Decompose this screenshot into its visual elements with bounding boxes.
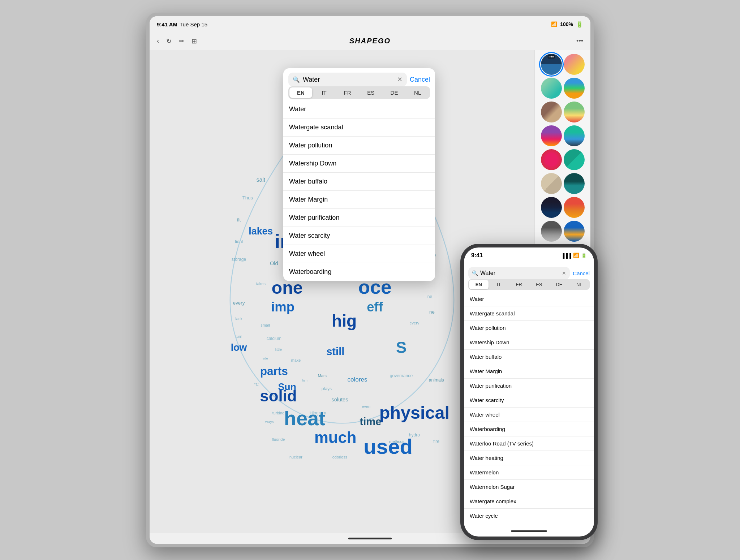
palette-row-2: [541, 78, 585, 99]
palette-swatch-16[interactable]: [564, 221, 585, 242]
ipad-lang-tab-es[interactable]: ES: [360, 87, 382, 98]
palette-row-8: [541, 221, 585, 242]
iphone-result-item[interactable]: Water heating: [464, 451, 594, 465]
svg-text:eff: eff: [367, 300, 383, 314]
ipad-search-clear-button[interactable]: ✕: [397, 76, 403, 83]
ipad-result-item[interactable]: Water scarcity: [283, 227, 435, 245]
search-icon: 🔍: [293, 76, 300, 83]
app-title: SHAPEGO: [349, 37, 391, 45]
palette-swatch-6[interactable]: [564, 102, 585, 122]
iphone-result-item[interactable]: Watergate scandal: [464, 306, 594, 321]
palette-swatch-2[interactable]: [564, 54, 585, 75]
ipad-lang-tab-fr[interactable]: FR: [336, 87, 359, 98]
palette-swatch-10[interactable]: [564, 149, 585, 170]
svg-text:make: make: [291, 358, 301, 362]
svg-text:°C: °C: [254, 382, 259, 387]
edit-button[interactable]: ✏: [179, 37, 184, 45]
iphone-result-item[interactable]: Water: [464, 292, 594, 306]
palette-swatch-3[interactable]: [541, 78, 562, 99]
iphone-lang-tab-fr[interactable]: FR: [509, 280, 529, 289]
palette-swatch-15[interactable]: [541, 221, 562, 242]
svg-text:odorless: odorless: [332, 455, 348, 459]
svg-text:nuclear: nuclear: [289, 455, 302, 459]
ipad-lang-tab-en[interactable]: EN: [289, 87, 312, 98]
palette-swatch-9[interactable]: [541, 149, 562, 170]
battery-text: 100%: [560, 21, 573, 27]
iphone-result-item[interactable]: Water scarcity: [464, 393, 594, 408]
wifi-icon: 📶: [551, 21, 557, 27]
palette-row-6: [541, 173, 585, 194]
svg-text:fish: fish: [302, 378, 307, 382]
iphone-lang-tab-en[interactable]: EN: [469, 280, 489, 289]
ipad-status-bar: 9:41 AM Tue Sep 15 📶 100% 🔋: [150, 16, 590, 32]
palette-swatch-4[interactable]: [564, 78, 585, 99]
iphone-cancel-button[interactable]: Cancel: [573, 270, 590, 276]
battery-icon: 🔋: [576, 21, 583, 28]
svg-text:used: used: [363, 435, 413, 458]
svg-text:Old: Old: [270, 260, 278, 266]
svg-text:fit: fit: [237, 217, 241, 223]
iphone-search-clear-button[interactable]: ✕: [562, 270, 566, 276]
ipad-result-item[interactable]: Watergate scandal: [283, 119, 435, 137]
toolbar-right-actions: •••: [576, 37, 583, 45]
ipad-search-input[interactable]: Water: [303, 76, 394, 83]
iphone-search-icon: 🔍: [472, 270, 478, 276]
back-button[interactable]: ‹: [157, 37, 159, 45]
palette-row-1: info: [541, 54, 585, 75]
ipad-search-modal: 🔍 Water ✕ Cancel EN IT FR ES DE: [283, 68, 435, 281]
ipad-result-item[interactable]: Water: [283, 100, 435, 119]
svg-text:S: S: [396, 339, 406, 356]
palette-swatch-8[interactable]: [564, 125, 585, 146]
iphone-result-item[interactable]: Watership Down: [464, 335, 594, 350]
svg-text:ne: ne: [429, 309, 435, 315]
svg-text:lakes: lakes: [249, 226, 273, 237]
ipad-lang-tab-nl[interactable]: NL: [406, 87, 429, 98]
ipad-result-item[interactable]: Water pollution: [283, 137, 435, 155]
folder-button[interactable]: ⊞: [192, 37, 197, 45]
iphone-result-item[interactable]: Water wheel: [464, 408, 594, 422]
palette-swatch-12[interactable]: [564, 173, 585, 194]
ipad-result-item[interactable]: Water wheel: [283, 245, 435, 263]
ipad-result-item[interactable]: Water Margin: [283, 191, 435, 209]
iphone-lang-tab-nl[interactable]: NL: [569, 280, 589, 289]
palette-swatch-13[interactable]: [541, 197, 562, 218]
iphone-result-item[interactable]: Water cycle: [464, 509, 594, 523]
svg-text:time: time: [360, 416, 382, 427]
iphone-result-item[interactable]: Water purification: [464, 379, 594, 393]
ipad-search-results: WaterWatergate scandalWater pollutionWat…: [283, 100, 435, 281]
iphone-result-item[interactable]: Watermelon: [464, 465, 594, 480]
palette-swatch-5[interactable]: [541, 102, 562, 122]
iphone-result-item[interactable]: Water Margin: [464, 364, 594, 379]
ipad-result-item[interactable]: Water buffalo: [283, 173, 435, 191]
svg-text:small: small: [261, 323, 270, 327]
palette-swatch-selected[interactable]: info: [541, 54, 562, 75]
svg-text:physical: physical: [379, 403, 449, 422]
palette-swatch-11[interactable]: [541, 173, 562, 194]
svg-text:ways: ways: [265, 419, 274, 424]
svg-text:turn: turn: [236, 334, 242, 339]
iphone-lang-tab-de[interactable]: DE: [550, 280, 569, 289]
iphone-search-input[interactable]: Water: [480, 270, 560, 276]
palette-row-4: [541, 125, 585, 146]
ipad-lang-tab-de[interactable]: DE: [383, 87, 406, 98]
iphone-lang-tab-it[interactable]: IT: [489, 280, 509, 289]
iphone-result-item[interactable]: Water buffalo: [464, 350, 594, 364]
iphone-lang-tab-es[interactable]: ES: [529, 280, 549, 289]
ipad-search-cancel-button[interactable]: Cancel: [410, 76, 430, 83]
more-options-button[interactable]: •••: [576, 37, 583, 45]
palette-swatch-14[interactable]: [564, 197, 585, 218]
iphone-result-item[interactable]: Watergate complex: [464, 494, 594, 509]
iphone-result-item[interactable]: Water pollution: [464, 321, 594, 335]
palette-swatch-7[interactable]: [541, 125, 562, 146]
iphone-status-bar: 9:41 ▐▐▐ 📶 🔋: [464, 247, 594, 263]
ipad-lang-tab-it[interactable]: IT: [313, 87, 336, 98]
iphone-result-item[interactable]: Waterloo Road (TV series): [464, 436, 594, 451]
ipad-result-item[interactable]: Water purification: [283, 209, 435, 227]
iphone-result-item[interactable]: Waterboarding: [464, 422, 594, 436]
ipad-result-item[interactable]: Watership Down: [283, 155, 435, 173]
palette-selected-label: info: [547, 55, 555, 59]
iphone-search-results: WaterWatergate scandalWater pollutionWat…: [464, 292, 594, 526]
reload-button[interactable]: ↻: [166, 37, 172, 45]
iphone-result-item[interactable]: Watermelon Sugar: [464, 480, 594, 494]
ipad-result-item[interactable]: Waterboarding: [283, 263, 435, 281]
